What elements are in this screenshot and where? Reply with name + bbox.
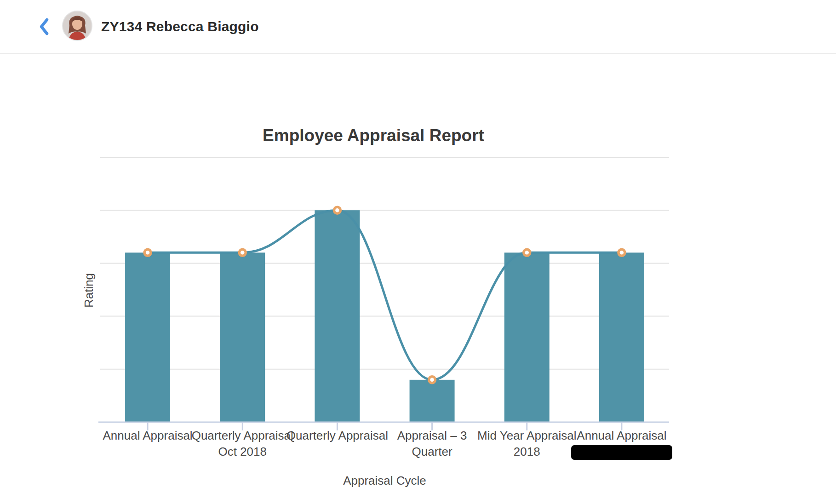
bar[interactable] xyxy=(125,252,170,422)
x-axis-label-line: Annual Appraisal xyxy=(557,428,686,444)
bar[interactable] xyxy=(504,252,550,422)
page-title: ZY134 Rebecca Biaggio xyxy=(101,0,259,53)
bar[interactable] xyxy=(410,380,455,422)
data-point-marker[interactable] xyxy=(524,249,530,256)
bar[interactable] xyxy=(315,210,360,422)
bar[interactable] xyxy=(220,252,265,422)
y-axis-title: Rating xyxy=(82,245,96,337)
x-axis-label-line: Oct 2018 xyxy=(178,444,307,460)
x-axis-label: Annual Appraisal xyxy=(557,428,686,460)
bar[interactable] xyxy=(599,252,644,422)
data-point-marker[interactable] xyxy=(144,249,151,256)
employee-photo-icon xyxy=(63,11,92,40)
data-point-marker[interactable] xyxy=(618,249,625,256)
avatar xyxy=(62,11,92,41)
data-point-marker[interactable] xyxy=(429,377,435,383)
x-axis-title: Appraisal Cycle xyxy=(100,474,669,488)
trend-line xyxy=(148,210,622,380)
page-header: ZY134 Rebecca Biaggio xyxy=(0,0,836,54)
redaction-bar xyxy=(571,445,672,460)
chevron-left-icon xyxy=(39,17,50,36)
data-point-marker[interactable] xyxy=(239,249,246,256)
back-button[interactable] xyxy=(39,17,50,36)
data-point-marker[interactable] xyxy=(334,207,340,213)
chart-title: Employee Appraisal Report xyxy=(100,126,647,145)
